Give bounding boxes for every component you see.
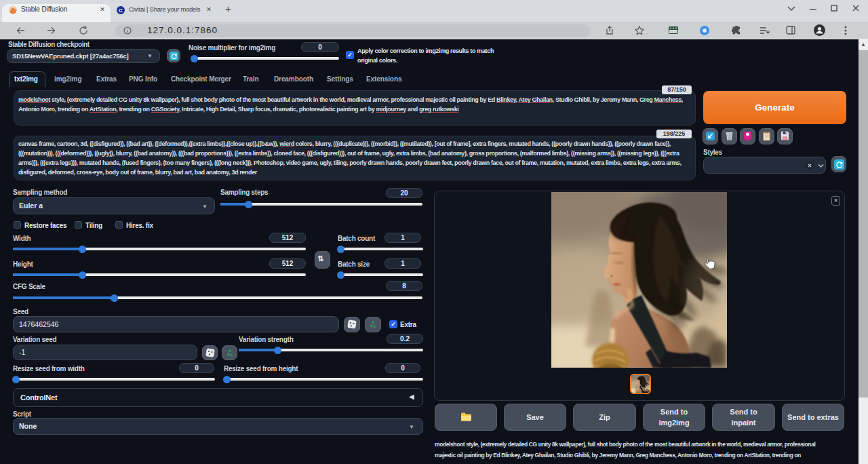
svg-text:C: C — [119, 7, 123, 14]
